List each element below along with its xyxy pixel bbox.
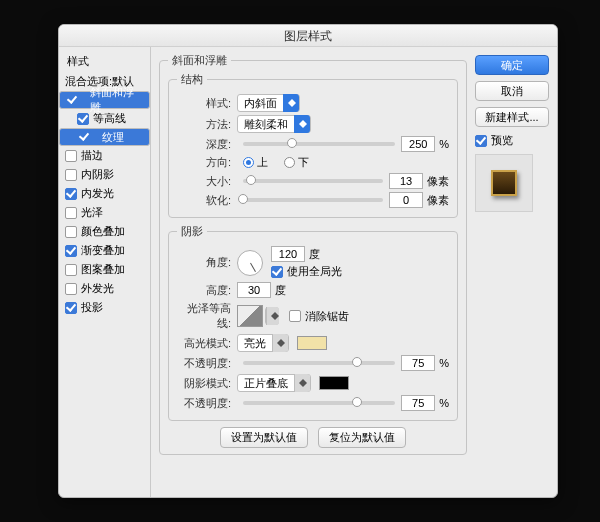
check-icon[interactable] xyxy=(65,302,77,314)
style-outer-glow[interactable]: 外发光 xyxy=(59,279,150,298)
contour-picker[interactable] xyxy=(265,307,279,325)
check-icon[interactable] xyxy=(77,113,89,125)
depth-input[interactable]: 250 xyxy=(401,136,435,152)
angle-dial[interactable] xyxy=(237,250,263,276)
chevron-updown-icon xyxy=(272,334,288,352)
ok-button[interactable]: 确定 xyxy=(475,55,549,75)
depth-slider[interactable] xyxy=(243,142,395,146)
check-icon[interactable] xyxy=(65,283,77,295)
size-slider[interactable] xyxy=(243,179,383,183)
structure-legend: 结构 xyxy=(177,72,207,87)
cancel-button[interactable]: 取消 xyxy=(475,81,549,101)
chevron-updown-icon xyxy=(266,307,279,325)
check-icon[interactable] xyxy=(66,94,80,106)
styles-header: 样式 xyxy=(59,51,150,72)
bevel-legend: 斜面和浮雕 xyxy=(168,53,231,68)
altitude-input[interactable]: 30 xyxy=(237,282,271,298)
shadow-opacity-slider[interactable] xyxy=(243,401,395,405)
style-stroke[interactable]: 描边 xyxy=(59,146,150,165)
check-icon[interactable] xyxy=(65,150,77,162)
highlight-opacity-slider[interactable] xyxy=(243,361,395,365)
style-texture[interactable]: 纹理 xyxy=(59,128,150,146)
angle-input[interactable]: 120 xyxy=(271,246,305,262)
check-icon[interactable] xyxy=(65,207,77,219)
shading-legend: 阴影 xyxy=(177,224,207,239)
direction-down-radio[interactable] xyxy=(284,157,295,168)
highlight-mode-select[interactable]: 亮光 xyxy=(237,334,289,352)
shadow-opacity-input[interactable]: 75 xyxy=(401,395,435,411)
footer-buttons: 设置为默认值 复位为默认值 xyxy=(168,427,458,448)
shadow-mode-select[interactable]: 正片叠底 xyxy=(237,374,311,392)
technique-select[interactable]: 雕刻柔和 xyxy=(237,115,311,133)
gloss-contour[interactable] xyxy=(237,305,263,327)
direction-up-radio[interactable] xyxy=(243,157,254,168)
style-drop-shadow[interactable]: 投影 xyxy=(59,298,150,317)
preview-check[interactable] xyxy=(475,135,487,147)
check-icon[interactable] xyxy=(65,245,77,257)
preview-thumbnail xyxy=(475,154,533,212)
check-icon[interactable] xyxy=(78,131,92,143)
window-title: 图层样式 xyxy=(59,25,557,47)
structure-group: 结构 样式: 内斜面 方法: 雕刻柔和 深度: 250% 方向: 上 下 xyxy=(168,72,458,218)
chevron-updown-icon xyxy=(294,115,310,133)
soften-slider[interactable] xyxy=(243,198,383,202)
global-light-check[interactable] xyxy=(271,266,283,278)
chevron-updown-icon xyxy=(294,374,310,392)
size-input[interactable]: 13 xyxy=(389,173,423,189)
style-select[interactable]: 内斜面 xyxy=(237,94,300,112)
bevel-group: 斜面和浮雕 结构 样式: 内斜面 方法: 雕刻柔和 深度: 250% 方向: 上 xyxy=(159,53,467,455)
styles-list: 样式 混合选项:默认 斜面和浮雕 等高线 纹理 描边 内阴影 内发光 光泽 颜色… xyxy=(59,47,151,497)
check-icon[interactable] xyxy=(65,264,77,276)
style-bevel[interactable]: 斜面和浮雕 xyxy=(59,91,150,109)
new-style-button[interactable]: 新建样式... xyxy=(475,107,549,127)
reset-default-button[interactable]: 复位为默认值 xyxy=(318,427,406,448)
soften-input[interactable]: 0 xyxy=(389,192,423,208)
shadow-color[interactable] xyxy=(319,376,349,390)
check-icon[interactable] xyxy=(65,226,77,238)
style-inner-shadow[interactable]: 内阴影 xyxy=(59,165,150,184)
highlight-color[interactable] xyxy=(297,336,327,350)
check-icon[interactable] xyxy=(65,188,77,200)
dialog-content: 样式 混合选项:默认 斜面和浮雕 等高线 纹理 描边 内阴影 内发光 光泽 颜色… xyxy=(59,47,557,497)
style-color-overlay[interactable]: 颜色叠加 xyxy=(59,222,150,241)
style-satin[interactable]: 光泽 xyxy=(59,203,150,222)
right-column: 确定 取消 新建样式... 预览 xyxy=(475,47,557,497)
make-default-button[interactable]: 设置为默认值 xyxy=(220,427,308,448)
check-icon[interactable] xyxy=(65,169,77,181)
settings-panel: 斜面和浮雕 结构 样式: 内斜面 方法: 雕刻柔和 深度: 250% 方向: 上 xyxy=(151,47,475,497)
shading-group: 阴影 角度: 120度 使用全局光 高度: xyxy=(168,224,458,421)
highlight-opacity-input[interactable]: 75 xyxy=(401,355,435,371)
chevron-updown-icon xyxy=(283,94,299,112)
antialias-check[interactable] xyxy=(289,310,301,322)
style-pattern-overlay[interactable]: 图案叠加 xyxy=(59,260,150,279)
style-gradient-overlay[interactable]: 渐变叠加 xyxy=(59,241,150,260)
style-inner-glow[interactable]: 内发光 xyxy=(59,184,150,203)
layer-style-dialog: 图层样式 样式 混合选项:默认 斜面和浮雕 等高线 纹理 描边 内阴影 内发光 … xyxy=(58,24,558,498)
